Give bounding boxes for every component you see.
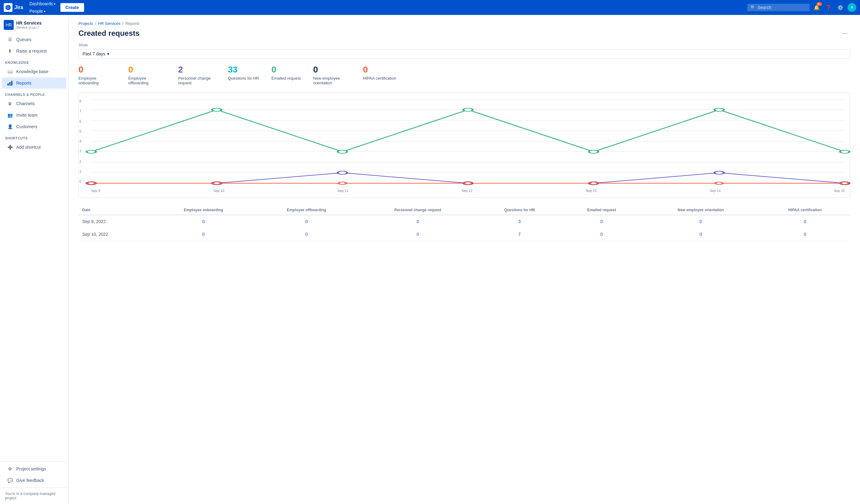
col-emailed-request: Emailed request xyxy=(562,205,642,215)
sidebar-item-give-feedback[interactable]: 💬 Give feedback xyxy=(2,475,66,486)
svg-rect-1 xyxy=(9,82,11,86)
queues-label: Queues xyxy=(16,37,31,42)
show-label: Show xyxy=(78,43,850,47)
table-row: Sep 10, 20220007000 xyxy=(78,228,850,241)
nav-item-dashboards[interactable]: Dashboards▾ xyxy=(27,0,58,8)
stat-item-4: 0 Emailed request xyxy=(272,65,301,85)
cell-date-0: Sep 9, 2022 xyxy=(78,215,152,228)
stat-item-3: 33 Questions for HR xyxy=(228,65,259,85)
sidebar: HR HR Services Service project ☰ Queues … xyxy=(0,15,69,504)
notifications-button[interactable]: 🔔 9+ xyxy=(812,3,821,12)
jira-logo[interactable]: Jira xyxy=(4,3,23,12)
shortcuts-section-label: SHORTCUTS xyxy=(0,133,68,141)
breadcrumb-sep-2: / xyxy=(123,21,124,26)
stat-label-6: HIPAA certification xyxy=(363,76,396,80)
breadcrumb-current: Reports xyxy=(125,21,140,26)
add-shortcut-icon: ➕ xyxy=(7,144,13,150)
y-label-6: 6 xyxy=(80,119,81,123)
cell-val-0-0: 0 xyxy=(152,215,255,228)
cell-val-0-6: 0 xyxy=(760,215,850,228)
project-settings-icon: ⚙ xyxy=(7,466,13,472)
cell-val-0-2: 0 xyxy=(358,215,477,228)
stat-item-2: 2 Personnel change request xyxy=(178,65,215,85)
chevron-down-icon: ▾ xyxy=(41,17,43,20)
nav-item-people[interactable]: People▾ xyxy=(27,8,58,15)
sidebar-bottom: ⚙ Project settings 💬 Give feedback xyxy=(0,461,68,488)
queues-icon: ☰ xyxy=(7,36,13,43)
topnav-right: 🔍 Search 🔔 9+ ❓ ⚙️ A xyxy=(747,3,856,12)
stat-number-1: 0 xyxy=(128,65,166,75)
table-row: Sep 9, 20220003000 xyxy=(78,215,850,228)
sidebar-item-channels[interactable]: 🖥 Channels xyxy=(2,98,66,109)
red-dot-0 xyxy=(87,182,95,184)
reports-icon xyxy=(7,80,13,86)
stat-label-1: Employee offboarding xyxy=(128,76,166,85)
settings-button[interactable]: ⚙️ xyxy=(836,3,845,12)
col-questions-hr: Questions for HR xyxy=(477,205,561,215)
col-hipaa: HIPAA certification xyxy=(760,205,850,215)
nav-item-apps[interactable]: Apps▾ xyxy=(27,30,58,37)
sidebar-item-knowledge-base[interactable]: 📖 Knowledge base xyxy=(2,66,66,77)
cell-val-1-0: 0 xyxy=(152,228,255,241)
x-label-sep10: Sep 10 xyxy=(213,189,224,193)
create-button[interactable]: Create xyxy=(60,3,84,12)
y-label-2: 2 xyxy=(80,160,81,163)
col-new-employee: New employee orientation xyxy=(642,205,760,215)
notification-badge: 9+ xyxy=(816,2,822,6)
chevron-down-icon: ▾ xyxy=(40,32,42,35)
green-dot-1 xyxy=(212,108,221,112)
cell-date-1: Sep 10, 2022 xyxy=(78,228,152,241)
stat-item-1: 0 Employee offboarding xyxy=(128,65,166,85)
chevron-down-icon: ▾ xyxy=(44,10,45,13)
stat-number-3: 33 xyxy=(228,65,259,75)
jira-wordmark: Jira xyxy=(14,5,23,10)
cell-val-1-6: 0 xyxy=(760,228,850,241)
nav-item-insight[interactable]: Insight xyxy=(27,23,58,30)
red-dot-3 xyxy=(464,182,472,184)
search-box[interactable]: 🔍 Search xyxy=(747,4,809,11)
sidebar-nav: ☰ Queues ⬆ Raise a request KNOWLEDGE 📖 K… xyxy=(0,32,68,461)
col-date: Date xyxy=(78,205,152,215)
sidebar-item-project-settings[interactable]: ⚙ Project settings xyxy=(2,463,66,474)
x-label-sep14: Sep 14 xyxy=(710,189,721,193)
stat-number-5: 0 xyxy=(313,65,350,75)
channels-label: Channels xyxy=(16,101,34,106)
jira-icon xyxy=(4,3,12,12)
cell-val-1-1: 0 xyxy=(255,228,358,241)
col-personnel-change: Personnel change request xyxy=(358,205,477,215)
col-employee-offboarding: Employee offboarding xyxy=(255,205,358,215)
y-label-4: 4 xyxy=(80,139,81,143)
green-dot-3 xyxy=(463,108,473,112)
user-avatar[interactable]: A xyxy=(848,3,856,12)
time-filter-dropdown[interactable]: Past 7 days ▾ xyxy=(78,49,850,59)
sidebar-item-reports[interactable]: Reports xyxy=(2,77,66,89)
green-dot-5 xyxy=(715,108,724,112)
sidebar-item-raise-request[interactable]: ⬆ Raise a request xyxy=(2,45,66,57)
sidebar-item-customers[interactable]: 👤 Customers xyxy=(2,121,66,132)
feedback-icon: 💬 xyxy=(7,477,13,484)
table-body: Sep 9, 20220003000Sep 10, 20220007000 xyxy=(78,215,850,241)
sidebar-item-invite-team[interactable]: 👥 Invite team xyxy=(2,109,66,121)
give-feedback-label: Give feedback xyxy=(16,478,44,483)
x-label-sep13: Sep 13 xyxy=(586,189,597,193)
breadcrumb-projects[interactable]: Projects xyxy=(78,21,93,26)
sidebar-item-add-shortcut[interactable]: ➕ Add shortcut xyxy=(2,142,66,153)
x-label-sep12: Sep 12 xyxy=(461,189,472,193)
y-label-5: 5 xyxy=(80,130,81,133)
more-options-button[interactable]: ··· xyxy=(840,28,850,38)
search-icon: 🔍 xyxy=(750,5,756,10)
stat-item-0: 0 Employee onboarding xyxy=(78,65,116,85)
table-header: Date Employee onboarding Employee offboa… xyxy=(78,205,850,215)
y-axis-labels: 0 1 2 3 4 5 6 7 8 xyxy=(80,99,81,183)
help-button[interactable]: ❓ xyxy=(824,3,833,12)
search-placeholder: Search xyxy=(758,5,771,10)
green-dot-0 xyxy=(87,150,96,153)
purple-dot-2 xyxy=(338,171,347,174)
breadcrumb: Projects / HR Services / Reports xyxy=(78,21,850,26)
stat-number-4: 0 xyxy=(272,65,301,75)
chart-area: 0 1 2 3 4 5 6 7 8 Sep 9 Sep 10 Sep 11 Se… xyxy=(91,99,845,193)
breadcrumb-hr-services[interactable]: HR Services xyxy=(98,21,120,26)
stat-label-5: New employee orientation xyxy=(313,76,350,85)
nav-item-plans[interactable]: Plans▾ xyxy=(27,15,58,23)
y-label-8: 8 xyxy=(80,99,81,103)
